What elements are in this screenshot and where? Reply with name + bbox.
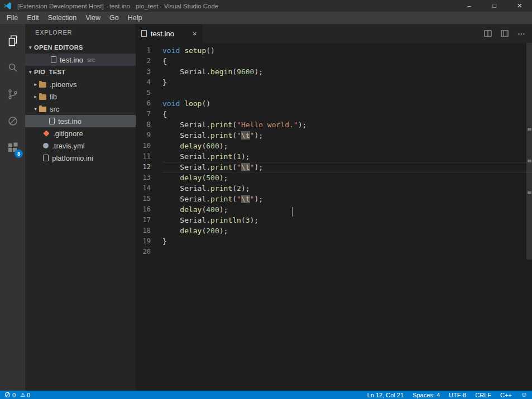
token-n: 9600 bbox=[237, 68, 254, 76]
token-f: print bbox=[210, 163, 232, 171]
code-line[interactable]: 15 Serial.print("\t"); bbox=[136, 194, 532, 204]
scrollbar[interactable] bbox=[526, 43, 532, 259]
tree-item-travis-yml[interactable]: .travis.yml bbox=[25, 140, 136, 152]
token-f: print bbox=[210, 131, 232, 140]
code-line[interactable]: 7{ bbox=[136, 109, 532, 119]
code-line[interactable]: 8 Serial.print("Hello world."); bbox=[136, 119, 532, 130]
problems-indicator[interactable]: 0 ⚠ 0 bbox=[4, 392, 35, 398]
menu-item-help[interactable]: Help bbox=[123, 14, 147, 22]
token-p: ); bbox=[241, 184, 250, 193]
title-bar: [Extension Development Host] - test.ino … bbox=[0, 0, 532, 12]
source-control-icon[interactable] bbox=[0, 81, 25, 108]
token-p: { bbox=[162, 110, 167, 118]
code-line[interactable]: 4} bbox=[136, 77, 532, 88]
minimize-button[interactable]: – bbox=[457, 0, 482, 12]
feedback-smiley-icon[interactable]: ☺ bbox=[521, 391, 528, 399]
chevron-down-icon: ▾ bbox=[27, 45, 34, 50]
token-n: 500 bbox=[206, 174, 219, 182]
token-p: ); bbox=[219, 205, 228, 214]
chevron-right-icon: ▸ bbox=[32, 94, 39, 99]
menu-item-view[interactable]: View bbox=[81, 14, 105, 22]
token-p: ); bbox=[219, 174, 228, 182]
token-s: " bbox=[237, 195, 241, 203]
menu-item-go[interactable]: Go bbox=[105, 14, 123, 22]
status-indentation[interactable]: Spaces: 4 bbox=[413, 392, 440, 398]
explorer-icon[interactable] bbox=[0, 27, 25, 54]
folder-section-header[interactable]: ▾ PIO_TEST bbox=[25, 66, 136, 78]
code-line[interactable]: 6void loop() bbox=[136, 98, 532, 109]
tree-item-test-ino[interactable]: test.ino bbox=[25, 115, 136, 127]
line-number: 13 bbox=[136, 172, 162, 183]
tab-bar: test.ino ✕ ⋯ bbox=[136, 24, 532, 43]
file-icon bbox=[43, 155, 49, 161]
token-p: Serial. bbox=[162, 131, 210, 140]
maximize-button[interactable]: □ bbox=[482, 0, 507, 12]
token-p: ( bbox=[232, 68, 237, 76]
open-editors-header[interactable]: ▾ OPEN EDITORS bbox=[25, 41, 136, 54]
status-eol[interactable]: CRLF bbox=[475, 392, 491, 398]
tree-item-pioenvs[interactable]: ▸.pioenvs bbox=[25, 78, 136, 90]
tree-item-src[interactable]: ▾src bbox=[25, 103, 136, 115]
tab-close-icon[interactable]: ✕ bbox=[193, 31, 197, 37]
split-editor-icon[interactable] bbox=[484, 30, 492, 37]
code-line[interactable]: 11 Serial.print(1); bbox=[136, 151, 532, 162]
more-actions-icon[interactable]: ⋯ bbox=[517, 29, 525, 38]
menu-item-file[interactable]: File bbox=[2, 14, 22, 22]
line-number: 1 bbox=[136, 45, 162, 56]
code-line[interactable]: 17 Serial.println(3); bbox=[136, 215, 532, 225]
tree-item-platformio-ini[interactable]: platformio.ini bbox=[25, 152, 136, 164]
search-icon[interactable] bbox=[0, 54, 25, 81]
status-language-mode[interactable]: C++ bbox=[500, 392, 512, 398]
code-line[interactable]: 10 delay(600); bbox=[136, 141, 532, 151]
code-line[interactable]: 9 Serial.print("\t"); bbox=[136, 130, 532, 141]
token-p: ( bbox=[232, 184, 237, 193]
code-line[interactable]: 18 delay(200); bbox=[136, 225, 532, 236]
code-line[interactable]: 5 bbox=[136, 88, 532, 98]
token-p: ( bbox=[232, 121, 237, 129]
code-line[interactable]: 14 Serial.print(2); bbox=[136, 183, 532, 194]
token-p: Serial. bbox=[162, 216, 210, 224]
line-number: 17 bbox=[136, 215, 162, 225]
code-line[interactable]: 12 Serial.print("\t"); bbox=[136, 162, 532, 172]
window-controls: – □ ✕ bbox=[457, 0, 532, 12]
open-editors-label: OPEN EDITORS bbox=[34, 44, 83, 51]
code-line[interactable]: 20 bbox=[136, 247, 532, 257]
tab-label: test.ino bbox=[151, 30, 174, 38]
code-line[interactable]: 19} bbox=[136, 236, 532, 247]
code-line[interactable]: 3 Serial.begin(9600); bbox=[136, 66, 532, 77]
code-line[interactable]: 2{ bbox=[136, 56, 532, 66]
code-line[interactable]: 1void setup() bbox=[136, 45, 532, 56]
line-number: 20 bbox=[136, 247, 162, 257]
line-number: 15 bbox=[136, 194, 162, 204]
tree-item-gitignore[interactable]: .gitignore bbox=[25, 127, 136, 140]
close-button[interactable]: ✕ bbox=[507, 0, 532, 12]
line-number: 19 bbox=[136, 236, 162, 247]
code-line[interactable]: 13 delay(500); bbox=[136, 172, 532, 183]
token-k: void bbox=[162, 99, 180, 108]
status-cursor-position[interactable]: Ln 12, Col 21 bbox=[367, 392, 404, 398]
debug-icon[interactable] bbox=[0, 108, 25, 134]
token-p: Serial. bbox=[162, 195, 210, 203]
menu-item-edit[interactable]: Edit bbox=[22, 14, 44, 22]
token-p: Serial. bbox=[162, 152, 210, 161]
open-editor-item-test-ino[interactable]: test.ino src bbox=[25, 54, 136, 66]
code-line[interactable]: 16 delay(400); bbox=[136, 204, 532, 215]
tab-test-ino[interactable]: test.ino ✕ bbox=[136, 24, 203, 43]
open-editor-label: test.ino bbox=[60, 56, 83, 64]
line-content: Serial.begin(9600); bbox=[162, 66, 532, 77]
extensions-icon[interactable]: 8 bbox=[0, 134, 25, 161]
status-right: Ln 12, Col 21Spaces: 4UTF-8CRLFC++ ☺ bbox=[358, 391, 528, 399]
menu-item-selection[interactable]: Selection bbox=[44, 14, 81, 22]
tree-item-lib[interactable]: ▸lib bbox=[25, 90, 136, 103]
token-n: 1 bbox=[237, 152, 241, 161]
status-encoding[interactable]: UTF-8 bbox=[449, 392, 466, 398]
overview-ruler-mark bbox=[528, 160, 531, 162]
line-content bbox=[162, 88, 532, 98]
token-n: 200 bbox=[206, 227, 219, 235]
code-editor[interactable]: 1void setup()2{3 Serial.begin(9600);4}56… bbox=[136, 43, 532, 391]
folder-icon bbox=[39, 82, 46, 88]
vscode-logo-icon bbox=[3, 2, 12, 11]
mouse-ibeam-cursor bbox=[292, 207, 293, 217]
token-p: ( bbox=[241, 216, 246, 224]
toggle-layout-icon[interactable] bbox=[501, 30, 509, 37]
